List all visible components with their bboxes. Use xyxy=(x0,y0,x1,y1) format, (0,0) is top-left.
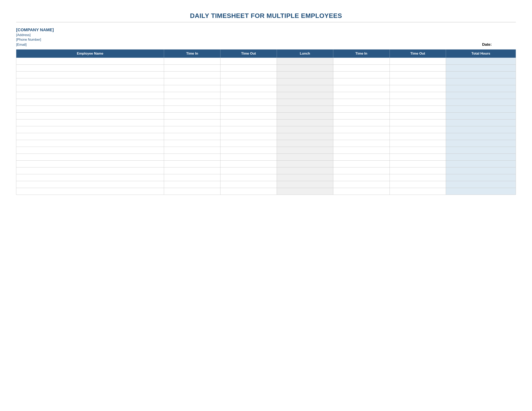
cell-employee-name[interactable] xyxy=(16,72,164,78)
cell-time-in-1[interactable] xyxy=(164,188,220,195)
cell-total-hours[interactable] xyxy=(446,120,516,126)
cell-lunch[interactable] xyxy=(277,126,333,133)
cell-time-out-2[interactable] xyxy=(390,133,446,140)
cell-total-hours[interactable] xyxy=(446,65,516,72)
cell-lunch[interactable] xyxy=(277,65,333,72)
cell-total-hours[interactable] xyxy=(446,92,516,99)
cell-time-in-2[interactable] xyxy=(333,85,390,92)
cell-total-hours[interactable] xyxy=(446,174,516,181)
cell-time-out-2[interactable] xyxy=(390,120,446,126)
cell-time-in-2[interactable] xyxy=(333,113,390,120)
cell-total-hours[interactable] xyxy=(446,147,516,154)
cell-time-out-2[interactable] xyxy=(390,181,446,188)
cell-time-in-1[interactable] xyxy=(164,92,220,99)
cell-time-in-1[interactable] xyxy=(164,174,220,181)
cell-employee-name[interactable] xyxy=(16,133,164,140)
cell-time-out-1[interactable] xyxy=(220,58,277,65)
cell-employee-name[interactable] xyxy=(16,140,164,147)
cell-employee-name[interactable] xyxy=(16,120,164,126)
cell-time-in-1[interactable] xyxy=(164,147,220,154)
cell-time-out-2[interactable] xyxy=(390,140,446,147)
cell-employee-name[interactable] xyxy=(16,78,164,85)
cell-time-out-2[interactable] xyxy=(390,168,446,174)
cell-lunch[interactable] xyxy=(277,174,333,181)
cell-time-in-2[interactable] xyxy=(333,154,390,160)
cell-total-hours[interactable] xyxy=(446,106,516,113)
cell-time-in-1[interactable] xyxy=(164,181,220,188)
cell-employee-name[interactable] xyxy=(16,126,164,133)
cell-time-out-2[interactable] xyxy=(390,113,446,120)
cell-lunch[interactable] xyxy=(277,99,333,106)
cell-time-out-1[interactable] xyxy=(220,78,277,85)
cell-employee-name[interactable] xyxy=(16,85,164,92)
cell-time-in-2[interactable] xyxy=(333,181,390,188)
cell-time-out-1[interactable] xyxy=(220,65,277,72)
cell-time-out-2[interactable] xyxy=(390,126,446,133)
cell-employee-name[interactable] xyxy=(16,58,164,65)
cell-time-in-2[interactable] xyxy=(333,168,390,174)
cell-lunch[interactable] xyxy=(277,58,333,65)
cell-employee-name[interactable] xyxy=(16,106,164,113)
cell-lunch[interactable] xyxy=(277,72,333,78)
cell-lunch[interactable] xyxy=(277,160,333,168)
cell-time-in-1[interactable] xyxy=(164,133,220,140)
cell-time-out-1[interactable] xyxy=(220,85,277,92)
cell-time-in-2[interactable] xyxy=(333,188,390,195)
cell-lunch[interactable] xyxy=(277,168,333,174)
cell-time-in-1[interactable] xyxy=(164,65,220,72)
cell-employee-name[interactable] xyxy=(16,188,164,195)
cell-lunch[interactable] xyxy=(277,85,333,92)
cell-lunch[interactable] xyxy=(277,147,333,154)
cell-time-out-1[interactable] xyxy=(220,120,277,126)
cell-employee-name[interactable] xyxy=(16,154,164,160)
cell-lunch[interactable] xyxy=(277,120,333,126)
cell-total-hours[interactable] xyxy=(446,133,516,140)
cell-employee-name[interactable] xyxy=(16,92,164,99)
cell-lunch[interactable] xyxy=(277,78,333,85)
cell-time-out-1[interactable] xyxy=(220,168,277,174)
cell-lunch[interactable] xyxy=(277,181,333,188)
cell-total-hours[interactable] xyxy=(446,188,516,195)
cell-time-in-1[interactable] xyxy=(164,106,220,113)
cell-time-in-2[interactable] xyxy=(333,133,390,140)
cell-time-out-1[interactable] xyxy=(220,92,277,99)
cell-time-out-2[interactable] xyxy=(390,72,446,78)
cell-time-out-1[interactable] xyxy=(220,133,277,140)
cell-time-out-2[interactable] xyxy=(390,154,446,160)
cell-time-in-2[interactable] xyxy=(333,58,390,65)
cell-time-out-2[interactable] xyxy=(390,78,446,85)
cell-time-in-2[interactable] xyxy=(333,92,390,99)
cell-time-in-2[interactable] xyxy=(333,126,390,133)
cell-time-out-2[interactable] xyxy=(390,99,446,106)
cell-time-out-2[interactable] xyxy=(390,106,446,113)
cell-time-out-1[interactable] xyxy=(220,181,277,188)
cell-time-in-1[interactable] xyxy=(164,154,220,160)
cell-time-in-1[interactable] xyxy=(164,140,220,147)
cell-time-out-1[interactable] xyxy=(220,126,277,133)
cell-total-hours[interactable] xyxy=(446,85,516,92)
cell-lunch[interactable] xyxy=(277,92,333,99)
cell-total-hours[interactable] xyxy=(446,58,516,65)
cell-lunch[interactable] xyxy=(277,106,333,113)
cell-time-out-1[interactable] xyxy=(220,160,277,168)
cell-time-in-1[interactable] xyxy=(164,113,220,120)
cell-time-in-2[interactable] xyxy=(333,106,390,113)
cell-time-in-1[interactable] xyxy=(164,85,220,92)
cell-employee-name[interactable] xyxy=(16,113,164,120)
cell-employee-name[interactable] xyxy=(16,99,164,106)
cell-time-in-1[interactable] xyxy=(164,72,220,78)
cell-lunch[interactable] xyxy=(277,113,333,120)
cell-time-in-2[interactable] xyxy=(333,120,390,126)
cell-lunch[interactable] xyxy=(277,133,333,140)
cell-employee-name[interactable] xyxy=(16,147,164,154)
cell-time-out-1[interactable] xyxy=(220,140,277,147)
cell-lunch[interactable] xyxy=(277,154,333,160)
cell-time-in-2[interactable] xyxy=(333,160,390,168)
cell-time-in-2[interactable] xyxy=(333,174,390,181)
cell-total-hours[interactable] xyxy=(446,154,516,160)
cell-employee-name[interactable] xyxy=(16,174,164,181)
cell-time-in-1[interactable] xyxy=(164,160,220,168)
cell-total-hours[interactable] xyxy=(446,160,516,168)
cell-time-out-1[interactable] xyxy=(220,174,277,181)
cell-time-in-2[interactable] xyxy=(333,147,390,154)
